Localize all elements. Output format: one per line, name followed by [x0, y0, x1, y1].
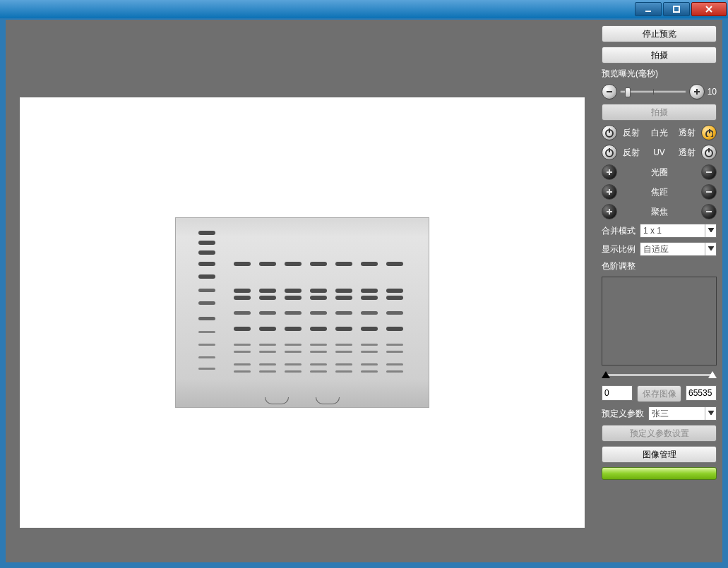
reflect-uv-power-button[interactable] — [602, 145, 617, 160]
minimize-icon — [644, 5, 652, 13]
power-icon — [705, 128, 713, 137]
preview-frame — [20, 97, 585, 528]
svg-rect-1 — [674, 6, 679, 12]
capture-disabled-button: 拍摄 — [602, 104, 717, 121]
stop-preview-button[interactable]: 停止预览 — [602, 25, 717, 42]
reflect-uv-label: 反射 — [617, 147, 645, 159]
histogram-area — [602, 277, 717, 365]
save-image-button: 保存图像 — [637, 385, 681, 402]
plus-icon — [605, 207, 614, 216]
preset-value: 张三 — [652, 408, 669, 420]
exposure-label: 预览曝光(毫秒) — [602, 68, 717, 80]
white-light-label: 白光 — [645, 127, 674, 139]
plus-icon — [605, 168, 614, 176]
merge-mode-value: 1 x 1 — [643, 226, 662, 236]
reflect-white-power-button[interactable] — [602, 125, 617, 140]
tone-adjust-label: 色阶调整 — [602, 260, 717, 272]
progress-bar — [602, 467, 717, 480]
focus-label: 聚焦 — [617, 206, 701, 218]
chevron-down-icon — [705, 407, 716, 420]
display-ratio-select[interactable]: 自适应 — [640, 242, 717, 256]
minus-icon — [605, 87, 614, 96]
chevron-down-icon — [705, 224, 716, 237]
exposure-plus-button[interactable] — [689, 84, 705, 99]
maximize-button[interactable] — [663, 2, 690, 16]
exposure-slider[interactable] — [620, 90, 686, 93]
maximize-icon — [672, 5, 681, 13]
chevron-down-icon — [705, 243, 716, 255]
merge-mode-select[interactable]: 1 x 1 — [640, 224, 717, 238]
trans-white-label: 透射 — [673, 127, 701, 139]
hist-low-input[interactable] — [602, 385, 633, 401]
exposure-value: 10 — [708, 87, 717, 97]
aperture-plus-button[interactable] — [602, 164, 617, 180]
capture-button[interactable]: 拍摄 — [602, 47, 717, 64]
canvas-area — [6, 20, 599, 562]
minimize-button[interactable] — [635, 2, 662, 16]
preset-select[interactable]: 张三 — [648, 406, 717, 421]
merge-mode-label: 合并模式 — [602, 225, 635, 237]
close-button[interactable] — [691, 2, 727, 16]
svg-marker-25 — [708, 246, 714, 250]
focal-minus-button[interactable] — [701, 184, 717, 200]
preset-settings-button[interactable]: 预定义参数设置 — [602, 425, 717, 442]
svg-marker-26 — [708, 411, 714, 415]
uv-label: UV — [645, 147, 674, 157]
focus-minus-button[interactable] — [701, 204, 717, 219]
display-ratio-value: 自适应 — [643, 243, 669, 255]
aperture-minus-button[interactable] — [701, 164, 717, 180]
reflect-white-label: 反射 — [617, 127, 645, 139]
power-icon — [604, 147, 614, 157]
minus-icon — [705, 168, 713, 176]
preset-label: 预定义参数 — [602, 408, 644, 420]
histogram-slider[interactable] — [602, 371, 717, 378]
plus-icon — [693, 87, 701, 96]
trans-uv-power-button[interactable] — [701, 145, 717, 160]
gel-image — [175, 217, 429, 408]
minus-icon — [705, 188, 713, 196]
power-icon — [704, 147, 714, 157]
exposure-minus-button[interactable] — [602, 84, 617, 99]
window-titlebar — [0, 0, 728, 18]
trans-white-power-button[interactable] — [701, 125, 717, 140]
close-icon — [705, 5, 713, 13]
hist-high-input[interactable] — [686, 385, 717, 401]
aperture-label: 光圈 — [617, 167, 701, 179]
plus-icon — [605, 188, 614, 196]
image-manage-button[interactable]: 图像管理 — [602, 446, 717, 463]
focal-plus-button[interactable] — [602, 184, 617, 200]
focal-label: 焦距 — [617, 186, 701, 198]
minus-icon — [705, 207, 713, 216]
display-ratio-label: 显示比例 — [602, 243, 635, 255]
focus-plus-button[interactable] — [602, 204, 617, 219]
power-icon — [604, 128, 614, 138]
trans-uv-label: 透射 — [673, 147, 701, 159]
control-panel: 停止预览 拍摄 预览曝光(毫秒) 10 拍摄 反射 白光 透射 反射 UV 透射… — [599, 20, 722, 562]
svg-marker-24 — [708, 228, 714, 232]
